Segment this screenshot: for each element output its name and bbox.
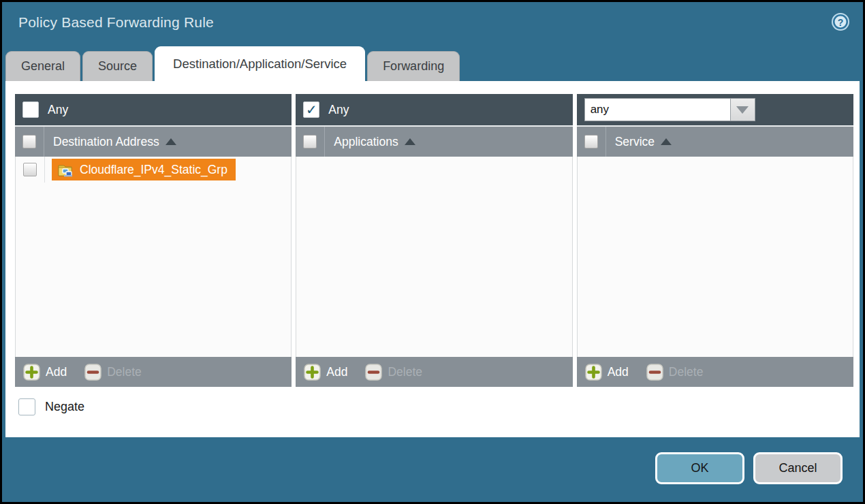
delete-minus-icon — [646, 364, 663, 381]
applications-list — [296, 157, 572, 357]
svg-text:?: ? — [838, 17, 844, 28]
table-row: Cloudflare_IPv4_Static_Grp — [16, 157, 291, 183]
destination-address-entry-label: Cloudflare_IPv4_Static_Grp — [80, 163, 227, 177]
applications-any-label: Any — [328, 103, 349, 117]
destination-list: Cloudflare_IPv4_Static_Grp — [15, 157, 292, 357]
add-plus-icon — [23, 364, 40, 381]
destination-row-checkbox[interactable] — [23, 163, 37, 176]
tab-source[interactable]: Source — [82, 51, 153, 81]
destination-any-checkbox[interactable] — [22, 101, 39, 118]
service-type-dropdown-value[interactable] — [584, 98, 730, 121]
destination-delete-button[interactable]: Delete — [84, 364, 142, 381]
tab-general[interactable]: General — [5, 51, 80, 81]
destination-address-entry[interactable]: Cloudflare_IPv4_Static_Grp — [52, 159, 236, 180]
dialog-title: Policy Based Forwarding Rule — [18, 14, 847, 31]
service-column: Service Add — [577, 94, 853, 387]
destination-any-label: Any — [48, 103, 68, 117]
negate-label: Negate — [45, 400, 84, 414]
add-plus-icon — [585, 364, 602, 381]
service-delete-button[interactable]: Delete — [646, 364, 704, 381]
tab-bar: General Source Destination/Application/S… — [2, 46, 863, 81]
dialog-actions: OK Cancel — [655, 452, 843, 484]
service-type-dropdown[interactable] — [584, 98, 755, 121]
applications-column-header[interactable]: Applications — [334, 135, 398, 149]
applications-select-all-checkbox[interactable] — [303, 135, 317, 148]
tab-content-panel: Any Destination Address — [5, 81, 860, 437]
address-group-icon — [57, 161, 74, 178]
delete-minus-icon — [84, 364, 101, 381]
applications-any-checkbox[interactable]: ✓ — [303, 101, 319, 118]
destination-add-button[interactable]: Add — [23, 364, 67, 381]
service-column-header[interactable]: Service — [615, 135, 655, 149]
pbf-rule-dialog: Policy Based Forwarding Rule ? General S… — [0, 0, 865, 504]
ok-button[interactable]: OK — [655, 452, 744, 484]
service-add-button[interactable]: Add — [585, 364, 629, 381]
delete-minus-icon — [365, 364, 382, 381]
help-icon[interactable]: ? — [830, 12, 851, 32]
dialog-titlebar: Policy Based Forwarding Rule ? — [2, 2, 863, 46]
applications-column: ✓ Any Applications Add — [296, 94, 572, 387]
chevron-down-icon[interactable] — [730, 98, 755, 121]
applications-delete-button[interactable]: Delete — [365, 364, 422, 381]
cancel-button[interactable]: Cancel — [753, 452, 843, 484]
destination-select-all-checkbox[interactable] — [22, 135, 36, 148]
negate-checkbox[interactable] — [18, 398, 35, 415]
destination-column-header[interactable]: Destination Address — [53, 135, 159, 149]
service-select-all-checkbox[interactable] — [584, 135, 598, 148]
service-list — [577, 157, 853, 357]
add-plus-icon — [304, 364, 321, 381]
sort-ascending-icon — [405, 138, 415, 145]
tab-destination-application-service[interactable]: Destination/Application/Service — [155, 46, 365, 81]
destination-address-column: Any Destination Address — [15, 94, 292, 387]
tab-forwarding[interactable]: Forwarding — [367, 51, 460, 81]
sort-ascending-icon — [166, 138, 176, 145]
sort-ascending-icon — [661, 138, 672, 145]
negate-row: Negate — [18, 398, 853, 415]
applications-add-button[interactable]: Add — [304, 364, 347, 381]
